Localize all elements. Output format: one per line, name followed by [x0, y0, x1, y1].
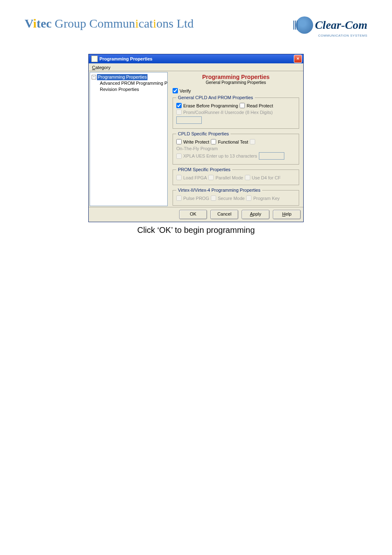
logo-text: Clear-Com	[315, 19, 367, 32]
dialog-title: Programming Properties	[99, 56, 152, 61]
read-protect-checkbox[interactable]	[240, 103, 245, 108]
dialog-icon	[91, 56, 98, 62]
category-tree[interactable]: − Programming Properties Advanced PROM P…	[90, 72, 168, 206]
onthefly-checkbox	[250, 139, 255, 144]
close-icon[interactable]: ×	[294, 55, 302, 63]
erase-checkbox[interactable]	[176, 103, 182, 108]
d4-checkbox	[245, 175, 250, 180]
tree-item-advanced-prom[interactable]: Advanced PROM Programming Properties	[100, 80, 166, 86]
apply-button[interactable]: Apply	[242, 210, 270, 219]
xpla-input	[259, 152, 284, 160]
functional-test-label: Functional Test	[218, 139, 248, 144]
functional-test-checkbox[interactable]	[211, 139, 216, 144]
tree-collapse-icon[interactable]: −	[92, 75, 96, 79]
ok-button[interactable]: OK	[179, 210, 207, 219]
group1-legend: General CPLD And PROM Properties	[176, 95, 255, 100]
load-fpga-label: Load FPGA	[183, 175, 207, 180]
xpla-checkbox	[176, 153, 182, 159]
tree-item-revision[interactable]: Revision Properties	[100, 86, 166, 93]
progkey-checkbox	[246, 195, 251, 201]
xpla-label: XPLA UES Enter up to 13 characters	[183, 153, 257, 158]
onthefly-label: On-The-Fly Program	[176, 146, 218, 151]
secure-checkbox	[211, 195, 216, 201]
logo-subtitle: COMMUNICATION SYSTEMS	[318, 34, 367, 37]
verify-label: Verify	[180, 88, 191, 93]
programming-properties-dialog: Programming Properties × Category − Prog…	[88, 54, 304, 222]
pulse-checkbox	[176, 195, 182, 201]
progkey-label: Program Key	[253, 196, 279, 201]
panel-subtitle: General Programming Properties	[173, 80, 299, 85]
usercode-input	[176, 116, 202, 124]
tree-item-programming-properties[interactable]: Programming Properties	[97, 74, 148, 80]
company-name: Vitec Group Communications Ltd	[25, 16, 194, 30]
category-label: Category	[89, 63, 303, 71]
write-protect-label: Write Protect	[183, 139, 209, 144]
titlebar: Programming Properties ×	[89, 54, 303, 63]
group3-legend: PROM Specific Properties	[176, 167, 232, 172]
verify-checkbox[interactable]	[173, 88, 178, 93]
erase-label: Erase Before Programming	[183, 103, 238, 108]
clearcom-logo: Clear-Com COMMUNICATION SYSTEMS	[296, 16, 367, 37]
load-fpga-checkbox	[176, 175, 182, 180]
caption-text: Click ‘OK’ to begin programming	[88, 225, 304, 235]
secure-label: Secure Mode	[218, 196, 244, 201]
panel-title: Programming Properties	[173, 74, 299, 80]
cancel-button[interactable]: Cancel	[210, 210, 238, 219]
write-protect-checkbox[interactable]	[176, 139, 182, 144]
group2-legend: CPLD Specific Properties	[176, 131, 231, 136]
d4-label: Use D4 for CF	[252, 175, 281, 180]
pulse-label: Pulse PROG	[183, 196, 209, 201]
read-protect-label: Read Protect	[247, 103, 273, 108]
group4-legend: Virtex-II/Virtex-4 Programming Propertie…	[176, 188, 262, 193]
usercode-label: Prom/CoolRunner-II Usercode (8 Hex Digit…	[183, 110, 273, 115]
parallel-checkbox	[208, 175, 214, 180]
parallel-label: Parallel Mode	[215, 175, 243, 180]
logo-mark-icon	[296, 16, 313, 34]
usercode-checkbox	[176, 109, 182, 115]
help-button[interactable]: Help	[273, 210, 301, 219]
